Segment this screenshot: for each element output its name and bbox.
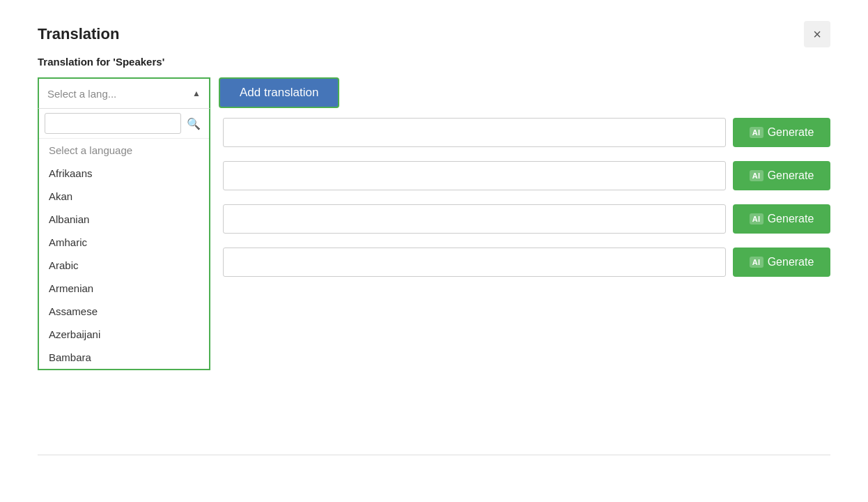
generate-button-2[interactable]: AIGenerate	[733, 161, 830, 190]
generate-button-label: Generate	[768, 126, 814, 139]
bottom-bar	[38, 455, 830, 488]
language-option-placeholder[interactable]: Select a language	[39, 139, 209, 162]
language-option-ak[interactable]: Akan	[39, 185, 209, 208]
language-option-am[interactable]: Amharic	[39, 231, 209, 254]
ai-icon: AI	[750, 170, 764, 181]
translation-row-1: AIGenerate	[223, 112, 830, 153]
language-option-as[interactable]: Assamese	[39, 300, 209, 323]
search-box-wrap: 🔍	[39, 109, 209, 139]
translation-row-3: AIGenerate	[223, 199, 830, 239]
dropdown-selected-label: Select a lang...	[47, 88, 116, 100]
chevron-up-icon: ▲	[192, 89, 201, 98]
search-input[interactable]	[45, 113, 181, 134]
language-dropdown-container: Select a lang... ▲ 🔍 Select a languageAf…	[38, 77, 210, 108]
generate-button-4[interactable]: AIGenerate	[733, 248, 830, 277]
ai-icon: AI	[750, 213, 764, 225]
translation-dialog: Translation × Translation for 'Speakers'…	[21, 7, 847, 495]
search-button[interactable]: 🔍	[184, 116, 203, 132]
close-button[interactable]: ×	[804, 21, 830, 47]
close-icon: ×	[813, 26, 821, 43]
dialog-title: Translation	[38, 25, 119, 43]
translation-input-2[interactable]	[223, 161, 726, 190]
language-option-ar[interactable]: Arabic	[39, 254, 209, 277]
main-content: Select a lang... ▲ 🔍 Select a languageAf…	[21, 77, 847, 108]
language-option-hy[interactable]: Armenian	[39, 277, 209, 300]
language-list: Select a languageAfrikaansAkanAlbanianAm…	[39, 139, 209, 369]
language-option-sq[interactable]: Albanian	[39, 208, 209, 231]
ai-icon: AI	[750, 127, 764, 138]
language-dropdown-menu: 🔍 Select a languageAfrikaansAkanAlbanian…	[38, 108, 210, 370]
generate-button-1[interactable]: AIGenerate	[733, 118, 830, 147]
translation-input-1[interactable]	[223, 118, 726, 147]
generate-button-label: Generate	[768, 256, 814, 268]
translation-row-2: AIGenerate	[223, 155, 830, 196]
language-option-az[interactable]: Azerbaijani	[39, 323, 209, 346]
dialog-header: Translation ×	[21, 7, 847, 56]
translation-input-4[interactable]	[223, 248, 726, 277]
search-icon: 🔍	[187, 118, 201, 130]
translation-row-4: AIGenerate	[223, 242, 830, 282]
language-dropdown-trigger[interactable]: Select a lang... ▲	[38, 77, 210, 108]
translation-input-3[interactable]	[223, 204, 726, 234]
language-option-bm[interactable]: Bambara	[39, 346, 209, 369]
generate-button-3[interactable]: AIGenerate	[733, 204, 830, 234]
translation-rows: AIGenerateAIGenerateAIGenerateAIGenerate	[223, 112, 830, 285]
language-option-af[interactable]: Afrikaans	[39, 162, 209, 185]
generate-button-label: Generate	[768, 213, 814, 225]
generate-button-label: Generate	[768, 169, 814, 182]
ai-icon: AI	[750, 257, 764, 268]
dialog-subtitle: Translation for 'Speakers'	[21, 56, 847, 77]
add-translation-button[interactable]: Add translation	[219, 77, 339, 108]
